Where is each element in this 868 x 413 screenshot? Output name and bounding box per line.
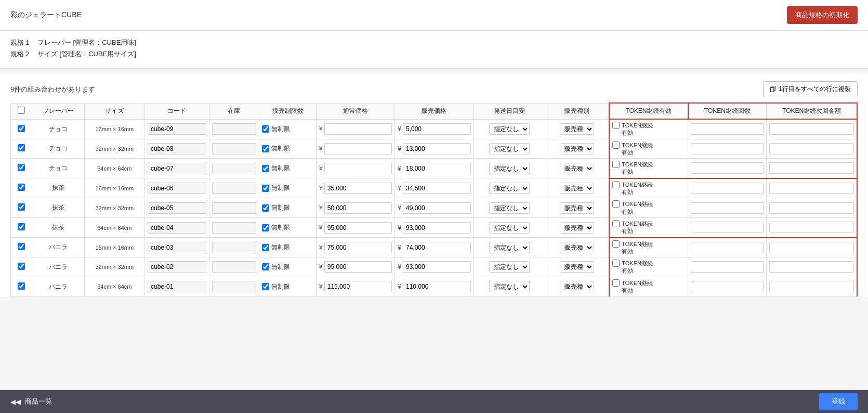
token-count-input[interactable]: [691, 242, 764, 253]
token-amount-input[interactable]: [769, 222, 854, 233]
sale-type-select[interactable]: 販売種: [560, 222, 594, 234]
shipping-select[interactable]: 指定なし: [489, 143, 530, 154]
row-checkbox[interactable]: [18, 223, 25, 230]
shipping-select[interactable]: 指定なし: [489, 222, 530, 234]
stock-input[interactable]: [212, 222, 256, 234]
shipping-select[interactable]: 指定なし: [489, 183, 530, 194]
unlimited-checkbox[interactable]: [262, 244, 269, 251]
token-count-input[interactable]: [691, 222, 764, 233]
row-checkbox[interactable]: [18, 203, 25, 211]
sale-type-select[interactable]: 販売種: [560, 242, 594, 253]
sale-type-select[interactable]: 販売種: [560, 143, 594, 154]
unlimited-checkbox[interactable]: [262, 125, 269, 133]
sale-price-input[interactable]: [403, 123, 471, 135]
code-input[interactable]: [148, 242, 206, 253]
token-amount-input[interactable]: [769, 183, 854, 194]
sale-price-input[interactable]: [403, 242, 471, 253]
sale-type-select[interactable]: 販売種: [560, 163, 594, 174]
token-amount-input[interactable]: [769, 242, 854, 253]
token-count-input[interactable]: [691, 143, 764, 154]
unlimited-checkbox[interactable]: [262, 224, 269, 231]
unlimited-checkbox[interactable]: [262, 263, 269, 270]
normal-price-input[interactable]: [324, 242, 392, 253]
token-valid-checkbox[interactable]: [612, 200, 620, 208]
unlimited-checkbox[interactable]: [262, 185, 269, 192]
token-amount-input[interactable]: [769, 202, 854, 214]
row-checkbox[interactable]: [18, 263, 25, 270]
shipping-select[interactable]: 指定なし: [489, 163, 530, 174]
sale-type-select[interactable]: 販売種: [560, 202, 594, 214]
normal-price-input[interactable]: [324, 183, 392, 194]
stock-input[interactable]: [212, 202, 256, 214]
normal-price-input[interactable]: [324, 123, 392, 135]
token-valid-checkbox[interactable]: [612, 141, 620, 149]
token-count-input[interactable]: [691, 162, 764, 174]
token-valid-checkbox[interactable]: [612, 240, 620, 248]
token-count-input[interactable]: [691, 261, 764, 273]
stock-input[interactable]: [212, 163, 256, 174]
select-all-checkbox[interactable]: [18, 107, 25, 114]
sale-type-select[interactable]: 販売種: [560, 261, 594, 273]
sale-type-select[interactable]: 販売種: [560, 281, 594, 292]
token-valid-checkbox[interactable]: [612, 260, 620, 267]
stock-input[interactable]: [212, 123, 256, 135]
token-valid-checkbox[interactable]: [612, 181, 620, 188]
sale-price-input[interactable]: [403, 143, 471, 154]
token-count-input[interactable]: [691, 123, 764, 135]
code-input[interactable]: [148, 163, 206, 174]
normal-price-input[interactable]: [324, 281, 392, 292]
code-input[interactable]: [148, 281, 206, 292]
row-checkbox[interactable]: [18, 125, 25, 132]
unlimited-checkbox[interactable]: [262, 283, 269, 290]
sale-type-select[interactable]: 販売種: [560, 183, 594, 194]
unlimited-checkbox[interactable]: [262, 204, 269, 212]
code-input[interactable]: [148, 261, 206, 273]
token-valid-checkbox[interactable]: [612, 279, 620, 287]
unlimited-checkbox[interactable]: [262, 145, 269, 152]
sale-price-input[interactable]: [403, 281, 471, 292]
code-input[interactable]: [148, 143, 206, 154]
token-amount-input[interactable]: [769, 123, 854, 135]
code-input[interactable]: [148, 202, 206, 214]
normal-price-input[interactable]: [324, 261, 392, 273]
stock-input[interactable]: [212, 242, 256, 253]
row-checkbox[interactable]: [18, 282, 25, 290]
normal-price-input[interactable]: [324, 202, 392, 214]
row-checkbox[interactable]: [18, 184, 25, 191]
sale-price-input[interactable]: [403, 222, 471, 234]
token-amount-input[interactable]: [769, 143, 854, 154]
token-count-input[interactable]: [691, 202, 764, 214]
token-count-input[interactable]: [691, 281, 764, 292]
stock-input[interactable]: [212, 281, 256, 292]
token-valid-checkbox[interactable]: [612, 220, 620, 227]
sale-price-input[interactable]: [403, 183, 471, 194]
token-valid-checkbox[interactable]: [612, 122, 620, 129]
normal-price-input[interactable]: [324, 222, 392, 234]
normal-price-input[interactable]: [324, 143, 392, 154]
token-amount-input[interactable]: [769, 261, 854, 273]
stock-input[interactable]: [212, 183, 256, 194]
shipping-select[interactable]: 指定なし: [489, 123, 530, 135]
stock-input[interactable]: [212, 261, 256, 273]
stock-input[interactable]: [212, 143, 256, 154]
row-checkbox[interactable]: [18, 243, 25, 250]
token-valid-checkbox[interactable]: [612, 161, 620, 168]
sale-price-input[interactable]: [403, 261, 471, 273]
token-count-input[interactable]: [691, 183, 764, 194]
sale-price-input[interactable]: [403, 202, 471, 214]
row-checkbox[interactable]: [18, 144, 25, 151]
shipping-select[interactable]: 指定なし: [489, 281, 530, 292]
row-checkbox[interactable]: [18, 164, 25, 171]
code-input[interactable]: [148, 183, 206, 194]
normal-price-input[interactable]: [324, 163, 392, 174]
unlimited-checkbox[interactable]: [262, 165, 269, 172]
shipping-select[interactable]: 指定なし: [489, 242, 530, 253]
sale-type-select[interactable]: 販売種: [560, 123, 594, 135]
token-amount-input[interactable]: [769, 162, 854, 174]
duplicate-button[interactable]: 🗍 1行目をすべての行に複製: [763, 81, 858, 97]
shipping-select[interactable]: 指定なし: [489, 261, 530, 273]
init-button[interactable]: 商品規格の初期化: [787, 6, 858, 24]
code-input[interactable]: [148, 222, 206, 234]
sale-price-input[interactable]: [403, 163, 471, 174]
shipping-select[interactable]: 指定なし: [489, 202, 530, 214]
